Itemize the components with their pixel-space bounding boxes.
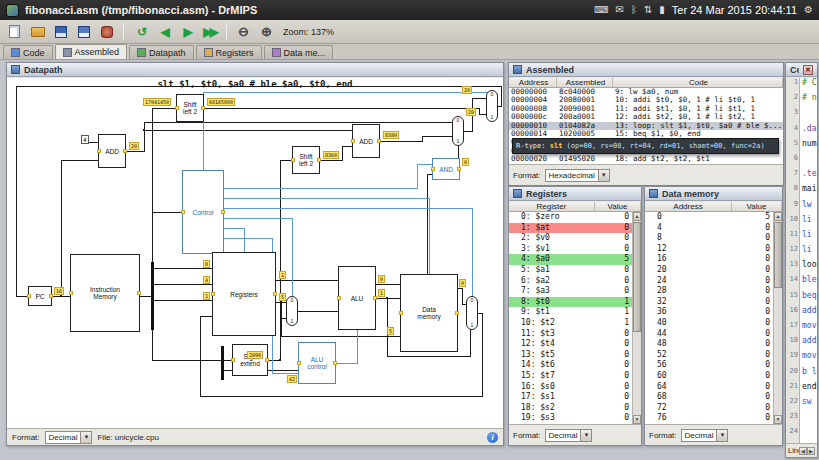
memory-row[interactable]: 320 <box>645 297 773 308</box>
register-row[interactable]: 10: $t21 <box>509 318 632 329</box>
code-line[interactable]: 6 <box>786 154 817 169</box>
component-instruction-memory[interactable]: Instruction Memory <box>70 254 140 332</box>
back-step-button[interactable]: ◀ <box>153 22 174 42</box>
code-line[interactable]: 24 <box>786 427 817 442</box>
assembled-frame-titlebar[interactable]: Assembled <box>509 63 783 77</box>
registers-format-select[interactable]: Decimal ▼ <box>545 429 593 442</box>
memory-row[interactable]: 05 <box>645 212 773 223</box>
tab-data-memory[interactable]: Data me... <box>264 45 334 59</box>
memory-row[interactable]: 160 <box>645 254 773 265</box>
restart-button[interactable]: ↺ <box>130 22 151 42</box>
data-memory-scrollbar[interactable]: ▲ ▼ <box>773 212 782 424</box>
register-row[interactable]: 11: $t30 <box>509 329 632 340</box>
data-memory-format-select[interactable]: Decimal ▼ <box>681 429 729 442</box>
component-sign-extend[interactable]: Sign extend <box>232 344 268 376</box>
assembled-row[interactable]: 0000000c200a000112: addi $t2, $0, 1 # li… <box>509 113 783 121</box>
memory-row[interactable]: 680 <box>645 392 773 403</box>
code-frame-titlebar[interactable]: Code ✕ <box>786 63 817 77</box>
scrollbar-thumb[interactable] <box>633 222 641 332</box>
component-registers[interactable]: Registers <box>212 252 276 336</box>
memory-row[interactable]: 40 <box>645 223 773 234</box>
code-line[interactable]: 19mov <box>786 351 817 366</box>
memory-row[interactable]: 640 <box>645 382 773 393</box>
memory-row[interactable]: 80 <box>645 233 773 244</box>
component-alu-control[interactable]: ALU control <box>298 342 336 384</box>
battery-icon[interactable]: ▮ <box>659 0 665 20</box>
scroll-up-icon[interactable]: ▲ <box>774 212 782 221</box>
memory-row[interactable]: 240 <box>645 276 773 287</box>
close-icon[interactable]: ✕ <box>803 65 813 75</box>
register-row[interactable]: 2: $v00 <box>509 233 632 244</box>
component-alu[interactable]: ALU <box>338 266 376 330</box>
register-row[interactable]: 15: $t70 <box>509 371 632 382</box>
component-control[interactable]: Control <box>182 170 224 254</box>
component-mux-memtoreg[interactable]: 01 <box>466 296 478 330</box>
component-pc[interactable]: PC <box>28 286 52 306</box>
register-row[interactable]: 16: $s00 <box>509 382 632 393</box>
zoom-out-button[interactable]: ⊖ <box>233 22 254 42</box>
register-row[interactable]: 13: $t50 <box>509 350 632 361</box>
component-and-branch[interactable]: AND <box>432 158 460 180</box>
code-line[interactable]: 11li <box>786 230 817 245</box>
register-row[interactable]: 8: $t01 <box>509 297 632 308</box>
memory-row[interactable]: 480 <box>645 339 773 350</box>
code-line[interactable]: 10li <box>786 215 817 230</box>
code-line[interactable]: 12li <box>786 245 817 260</box>
new-file-button[interactable] <box>4 22 25 42</box>
code-line[interactable]: 23 <box>786 412 817 427</box>
component-mux-jump[interactable]: 01 <box>486 90 498 122</box>
scroll-down-icon[interactable]: ▼ <box>633 415 641 424</box>
code-line[interactable]: 4.dat <box>786 124 817 139</box>
code-line[interactable]: 8main <box>786 184 817 199</box>
tab-assembled[interactable]: Assembled <box>55 44 128 59</box>
code-line[interactable]: 7.tex <box>786 169 817 184</box>
tab-registers[interactable]: Registers <box>196 45 262 59</box>
save-as-button[interactable] <box>73 22 94 42</box>
scroll-right-icon[interactable]: ▶ <box>807 447 815 455</box>
memory-row[interactable]: 520 <box>645 350 773 361</box>
open-file-button[interactable] <box>27 22 48 42</box>
register-row[interactable]: 17: $s10 <box>509 392 632 403</box>
session-menu-icon[interactable]: ⚙ <box>804 0 813 20</box>
assembled-row[interactable]: 000000200149502018: add $t2, $t2, $t1 <box>509 155 783 163</box>
code-line[interactable]: 5num: <box>786 139 817 154</box>
register-row[interactable]: 6: $a20 <box>509 276 632 287</box>
network-icon[interactable]: ⇅ <box>644 0 652 20</box>
keyboard-indicator-icon[interactable]: ⌨ <box>594 0 608 20</box>
code-line[interactable]: 16add <box>786 306 817 321</box>
code-line[interactable]: 21end: <box>786 382 817 397</box>
datapath-format-select[interactable]: Decimal ▼ <box>45 431 93 444</box>
code-line[interactable]: 9lw <box>786 200 817 215</box>
datapath-frame-titlebar[interactable]: Datapath <box>7 63 503 77</box>
register-row[interactable]: 5: $a10 <box>509 265 632 276</box>
assembled-row[interactable]: 000000008c0400009: lw $a0, num <box>509 88 783 96</box>
assembled-format-select[interactable]: Hexadecimal ▼ <box>545 169 610 182</box>
register-row[interactable]: 7: $a30 <box>509 286 632 297</box>
register-row[interactable]: 9: $t11 <box>509 307 632 318</box>
scrollbar-thumb[interactable] <box>774 222 782 288</box>
memory-row[interactable]: 400 <box>645 318 773 329</box>
register-row[interactable]: 14: $t60 <box>509 360 632 371</box>
component-data-memory[interactable]: Data memory <box>400 274 458 352</box>
assembled-row[interactable]: 000000082009000111: addi $t1, $0, 1 # li… <box>509 105 783 113</box>
code-line[interactable]: 1# Ca <box>786 78 817 93</box>
tab-code[interactable]: Code <box>3 45 53 59</box>
code-line[interactable]: 17mov <box>786 321 817 336</box>
memory-row[interactable]: 360 <box>645 307 773 318</box>
memory-row[interactable]: 200 <box>645 265 773 276</box>
assembled-row[interactable]: 000000042008000110: addi $t0, $0, 1 # li… <box>509 96 783 104</box>
register-row[interactable]: 1: $at0 <box>509 223 632 234</box>
code-line[interactable]: 15beq <box>786 291 817 306</box>
clock-label[interactable]: Ter 24 Mar 2015 20:44:11 <box>672 4 797 16</box>
registers-scrollbar[interactable]: ▲ ▼ <box>632 212 641 424</box>
mail-icon[interactable]: ✉ <box>616 0 624 20</box>
register-row[interactable]: 12: $t40 <box>509 339 632 350</box>
registers-frame-titlebar[interactable]: Registers <box>509 187 641 201</box>
code-line[interactable]: 22sw <box>786 397 817 412</box>
register-row[interactable]: 18: $s20 <box>509 403 632 414</box>
register-row[interactable]: 0: $zero0 <box>509 212 632 223</box>
register-row[interactable]: 19: $s30 <box>509 413 632 424</box>
memory-row[interactable]: 120 <box>645 244 773 255</box>
code-line[interactable]: 2# nu <box>786 93 817 108</box>
register-row[interactable]: 3: $v10 <box>509 244 632 255</box>
